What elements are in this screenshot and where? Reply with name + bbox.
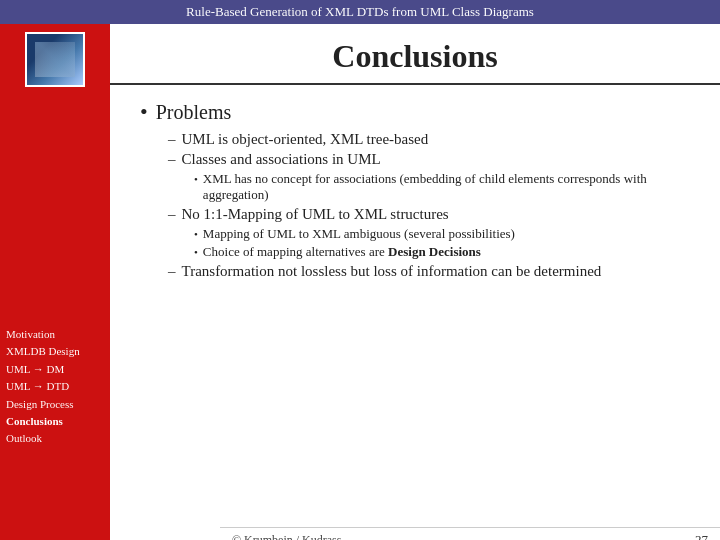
sub-item-1: UML is object-oriented, XML tree-based [168, 131, 690, 148]
sub-sub-item-3-2-text: Choice of mapping alternatives are Desig… [203, 244, 481, 260]
sidebar-navigation: Motivation XMLDB Design UML → DM UML → D… [0, 327, 80, 447]
page-title: Conclusions [332, 38, 497, 74]
sidebar: Motivation XMLDB Design UML → DM UML → D… [0, 24, 110, 540]
sub-item-3-text: No 1:1-Mapping of UML to XML structures [182, 206, 449, 223]
sub-sub-item-3-1: Mapping of UML to XML ambiguous (several… [194, 226, 690, 242]
sidebar-item-xmldb[interactable]: XMLDB Design [6, 344, 80, 359]
sub-item-3: No 1:1-Mapping of UML to XML structures [168, 206, 690, 223]
main-layout: Motivation XMLDB Design UML → DM UML → D… [0, 24, 720, 540]
logo-image [25, 32, 85, 87]
page-number: 27 [695, 532, 708, 540]
sidebar-item-uml-dm[interactable]: UML → DM [6, 362, 80, 377]
sub-sub-item-2-1: XML has no concept for associations (emb… [194, 171, 690, 203]
sidebar-logo [25, 32, 85, 87]
sidebar-item-motivation[interactable]: Motivation [6, 327, 80, 342]
header-bar: Rule-Based Generation of XML DTDs from U… [0, 0, 720, 24]
sub-sub-list-3: Mapping of UML to XML ambiguous (several… [194, 226, 690, 260]
sub-list: UML is object-oriented, XML tree-based C… [168, 131, 690, 280]
title-area: Conclusions [110, 24, 720, 85]
content-body: Problems UML is object-oriented, XML tre… [110, 95, 720, 288]
sidebar-item-design-process[interactable]: Design Process [6, 397, 80, 412]
footer-bar: © Krumbein / Kudrass 27 [220, 527, 720, 540]
sub-item-4: Transformation not lossless but loss of … [168, 263, 690, 280]
main-bullet-problems: Problems [140, 99, 690, 125]
sub-item-2-text: Classes and associations in UML [182, 151, 381, 168]
sub-sub-list-2: XML has no concept for associations (emb… [194, 171, 690, 203]
sub-item-2: Classes and associations in UML [168, 151, 690, 168]
sidebar-item-uml-dtd[interactable]: UML → DTD [6, 379, 80, 394]
sub-item-1-text: UML is object-oriented, XML tree-based [182, 131, 429, 148]
header-title: Rule-Based Generation of XML DTDs from U… [186, 4, 534, 19]
sub-sub-item-3-1-text: Mapping of UML to XML ambiguous (several… [203, 226, 515, 242]
main-bullet-label: Problems [156, 101, 232, 124]
sidebar-item-conclusions[interactable]: Conclusions [6, 414, 80, 429]
sub-item-4-text: Transformation not lossless but loss of … [182, 263, 602, 280]
sub-sub-item-2-1-text: XML has no concept for associations (emb… [203, 171, 690, 203]
sidebar-item-outlook[interactable]: Outlook [6, 431, 80, 446]
copyright-text: © Krumbein / Kudrass [232, 533, 341, 541]
content-area: Conclusions Problems UML is object-orien… [110, 24, 720, 540]
sub-sub-item-3-2: Choice of mapping alternatives are Desig… [194, 244, 690, 260]
